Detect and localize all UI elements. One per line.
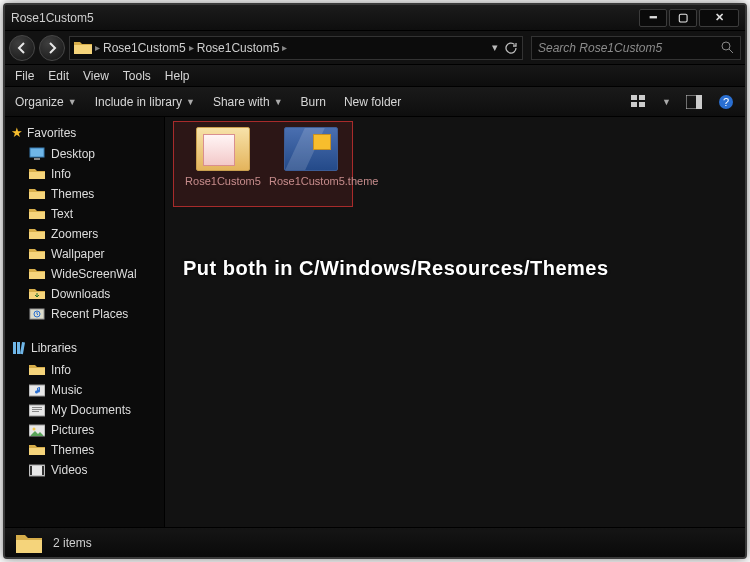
command-toolbar: Organize▼ Include in library▼ Share with…	[5, 87, 745, 117]
file-item-folder[interactable]: Rose1Custom5	[181, 127, 265, 188]
svg-rect-9	[30, 148, 44, 157]
svg-rect-4	[639, 102, 645, 107]
sidebar-lib-info[interactable]: Info	[5, 360, 164, 380]
monitor-icon	[29, 147, 45, 161]
arrow-left-icon	[16, 42, 28, 54]
svg-rect-2	[639, 95, 645, 100]
folder-icon	[29, 247, 45, 261]
navigation-bar: ▸ Rose1Custom5 ▸ Rose1Custom5 ▸ ▾ Search…	[5, 31, 745, 65]
breadcrumb-segment[interactable]: Rose1Custom5	[103, 41, 186, 55]
sidebar-fav-info[interactable]: Info	[5, 164, 164, 184]
sidebar-item-label: Videos	[51, 463, 87, 477]
folder-icon	[29, 443, 45, 457]
organize-button[interactable]: Organize▼	[15, 95, 77, 109]
include-in-library-button[interactable]: Include in library▼	[95, 95, 195, 109]
minimize-button[interactable]: ━	[639, 9, 667, 27]
svg-rect-13	[13, 342, 16, 354]
breadcrumb-segment[interactable]: Rose1Custom5	[197, 41, 280, 55]
explorer-window: Rose1Custom5 ━ ▢ ✕ ▸ Rose1Custom5 ▸ Rose…	[3, 3, 747, 559]
breadcrumb-separator-icon: ▸	[189, 42, 194, 53]
instruction-overlay: Put both in C/Windows/Resources/Themes	[183, 257, 609, 280]
sidebar-lib-pictures[interactable]: Pictures	[5, 420, 164, 440]
sidebar-item-label: Text	[51, 207, 73, 221]
preview-pane-button[interactable]	[685, 93, 703, 111]
breadcrumb-separator-icon: ▸	[95, 42, 100, 53]
doc-icon	[29, 403, 45, 417]
download-icon	[29, 287, 45, 301]
item-count: 2 items	[53, 536, 92, 550]
refresh-icon[interactable]	[504, 41, 518, 55]
theme-file-icon	[284, 127, 338, 171]
sidebar-fav-wallpaper[interactable]: Wallpaper	[5, 244, 164, 264]
folder-icon	[29, 207, 45, 221]
share-with-button[interactable]: Share with▼	[213, 95, 283, 109]
folder-icon	[29, 187, 45, 201]
svg-text:?: ?	[723, 96, 729, 108]
new-folder-button[interactable]: New folder	[344, 95, 401, 109]
sidebar-lib-my-documents[interactable]: My Documents	[5, 400, 164, 420]
sidebar-fav-desktop[interactable]: Desktop	[5, 144, 164, 164]
sidebar-fav-themes[interactable]: Themes	[5, 184, 164, 204]
folder-icon	[15, 531, 43, 555]
libraries-header[interactable]: Libraries	[5, 336, 164, 360]
sidebar-fav-zoomers[interactable]: Zoomers	[5, 224, 164, 244]
sidebar-lib-music[interactable]: Music	[5, 380, 164, 400]
svg-rect-25	[42, 466, 44, 475]
breadcrumb-separator-icon: ▸	[282, 42, 287, 53]
file-label: Rose1Custom5	[181, 175, 265, 188]
chevron-down-icon[interactable]: ▼	[662, 97, 671, 107]
sidebar-item-label: Info	[51, 167, 71, 181]
back-button[interactable]	[9, 35, 35, 61]
svg-rect-6	[696, 95, 702, 109]
maximize-button[interactable]: ▢	[669, 9, 697, 27]
file-item-theme[interactable]: Rose1Custom5.theme	[269, 127, 353, 188]
svg-rect-10	[34, 158, 40, 160]
sidebar-item-label: Downloads	[51, 287, 110, 301]
burn-button[interactable]: Burn	[301, 95, 326, 109]
star-icon: ★	[11, 125, 23, 140]
window-title: Rose1Custom5	[11, 11, 637, 25]
svg-rect-24	[30, 466, 32, 475]
sidebar-lib-videos[interactable]: Videos	[5, 460, 164, 480]
svg-rect-19	[32, 409, 42, 410]
navigation-pane: ★ Favorites DesktopInfoThemesTextZoomers…	[5, 117, 165, 527]
menu-help[interactable]: Help	[165, 69, 190, 83]
address-bar[interactable]: ▸ Rose1Custom5 ▸ Rose1Custom5 ▸ ▾	[69, 36, 523, 60]
sidebar-item-label: Desktop	[51, 147, 95, 161]
view-mode-button[interactable]	[630, 93, 648, 111]
sidebar-item-label: Pictures	[51, 423, 94, 437]
sidebar-item-label: Themes	[51, 187, 94, 201]
sidebar-fav-downloads[interactable]: Downloads	[5, 284, 164, 304]
svg-point-22	[33, 428, 36, 431]
menu-tools[interactable]: Tools	[123, 69, 151, 83]
sidebar-fav-recent-places[interactable]: Recent Places	[5, 304, 164, 324]
status-bar: 2 items	[5, 527, 745, 557]
help-button[interactable]: ?	[717, 93, 735, 111]
sidebar-lib-themes[interactable]: Themes	[5, 440, 164, 460]
folder-icon	[29, 167, 45, 181]
menu-file[interactable]: File	[15, 69, 34, 83]
svg-point-0	[722, 42, 730, 50]
menu-edit[interactable]: Edit	[48, 69, 69, 83]
chevron-down-icon: ▼	[68, 97, 77, 107]
content-pane[interactable]: Rose1Custom5 Rose1Custom5.theme Put both…	[165, 117, 745, 527]
address-dropdown-icon[interactable]: ▾	[492, 41, 498, 54]
svg-rect-14	[17, 342, 20, 354]
sidebar-item-label: Music	[51, 383, 82, 397]
favorites-header[interactable]: ★ Favorites	[5, 121, 164, 144]
svg-rect-20	[32, 411, 39, 412]
thumbnails-icon	[631, 95, 647, 109]
menu-view[interactable]: View	[83, 69, 109, 83]
forward-button[interactable]	[39, 35, 65, 61]
sidebar-item-label: Zoomers	[51, 227, 98, 241]
sidebar-fav-text[interactable]: Text	[5, 204, 164, 224]
folder-icon	[196, 127, 250, 171]
search-input[interactable]: Search Rose1Custom5	[531, 36, 741, 60]
folder-icon	[29, 227, 45, 241]
arrow-right-icon	[46, 42, 58, 54]
music-icon	[29, 383, 45, 397]
sidebar-fav-widescreenwal[interactable]: WideScreenWal	[5, 264, 164, 284]
svg-rect-1	[631, 95, 637, 100]
video-icon	[29, 463, 45, 477]
close-button[interactable]: ✕	[699, 9, 739, 27]
